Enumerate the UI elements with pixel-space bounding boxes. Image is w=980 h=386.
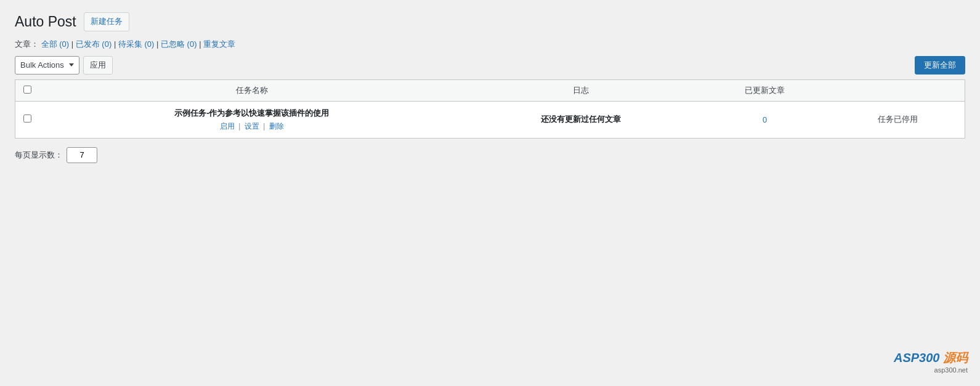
per-page-input[interactable] <box>67 147 97 163</box>
apply-button[interactable]: 应用 <box>83 56 113 74</box>
task-name: 示例任务-作为参考以快速掌握该插件的使用 <box>46 108 458 119</box>
select-all-checkbox[interactable] <box>23 86 31 94</box>
watermark-suffix: 源码 <box>943 351 968 364</box>
table-head: 任务名称 日志 已更新文章 <box>15 79 965 101</box>
tasks-table: 任务名称 日志 已更新文章 示例任务-作为参考以快速掌握该插件的使用 启用 | … <box>15 79 965 139</box>
task-delete-link[interactable]: 删除 <box>269 122 284 131</box>
bulk-actions-label: Bulk Actions <box>20 60 64 70</box>
filter-ignored[interactable]: 已忽略 (0) <box>161 39 197 49</box>
updated-count: 0 <box>763 115 767 124</box>
task-status: 任务已停用 <box>878 115 918 124</box>
article-label: 文章 <box>15 39 31 49</box>
watermark: ASP300 源码 asp300.net <box>894 350 968 374</box>
filter-all[interactable]: 全部 (0) <box>41 39 70 49</box>
toolbar-left: Bulk Actions 应用 <box>15 56 113 74</box>
per-page-area: 每页显示数： <box>15 147 965 163</box>
table-body: 示例任务-作为参考以快速掌握该插件的使用 启用 | 设置 | 删除 还没有更新过… <box>15 101 965 138</box>
chevron-down-icon <box>69 63 74 66</box>
table-row: 示例任务-作为参考以快速掌握该插件的使用 启用 | 设置 | 删除 还没有更新过… <box>15 101 965 138</box>
filter-duplicate[interactable]: 重复文章 <box>203 39 235 49</box>
row-status-cell: 任务已停用 <box>831 101 965 138</box>
bulk-actions-dropdown[interactable]: Bulk Actions <box>15 56 79 74</box>
task-actions: 启用 | 设置 | 删除 <box>46 121 458 132</box>
update-all-button[interactable]: 更新全部 <box>915 56 965 74</box>
task-enable-link[interactable]: 启用 <box>220 122 235 131</box>
article-filter-bar: 文章： 全部 (0) | 已发布 (0) | 待采集 (0) | 已忽略 (0)… <box>15 39 965 50</box>
page-title: Auto Post <box>15 14 76 30</box>
watermark-url: asp300.net <box>894 366 968 374</box>
separator: | <box>238 122 240 131</box>
column-updated: 已更新文章 <box>699 79 832 101</box>
column-task-name: 任务名称 <box>40 79 464 101</box>
task-settings-link[interactable]: 设置 <box>245 122 259 131</box>
table-header-row: 任务名称 日志 已更新文章 <box>15 79 965 101</box>
column-checkbox <box>15 79 40 101</box>
row-updated-cell: 0 <box>699 101 832 138</box>
row-log-cell: 还没有更新过任何文章 <box>464 101 699 138</box>
per-page-label: 每页显示数： <box>15 150 63 161</box>
log-text: 还没有更新过任何文章 <box>541 115 621 124</box>
watermark-asp: ASP300 <box>894 351 940 364</box>
toolbar: Bulk Actions 应用 更新全部 <box>15 56 965 74</box>
row-task-name-cell: 示例任务-作为参考以快速掌握该插件的使用 启用 | 设置 | 删除 <box>40 101 464 138</box>
filter-pending[interactable]: 待采集 (0) <box>118 39 155 49</box>
row-checkbox[interactable] <box>23 115 31 123</box>
column-status-empty <box>831 79 965 101</box>
separator: | <box>263 122 265 131</box>
column-log: 日志 <box>464 79 699 101</box>
row-checkbox-cell <box>15 101 40 138</box>
filter-published[interactable]: 已发布 (0) <box>76 39 112 49</box>
toolbar-right: 更新全部 <box>915 56 965 74</box>
page-header: Auto Post 新建任务 <box>15 12 965 31</box>
new-task-button[interactable]: 新建任务 <box>84 12 129 31</box>
